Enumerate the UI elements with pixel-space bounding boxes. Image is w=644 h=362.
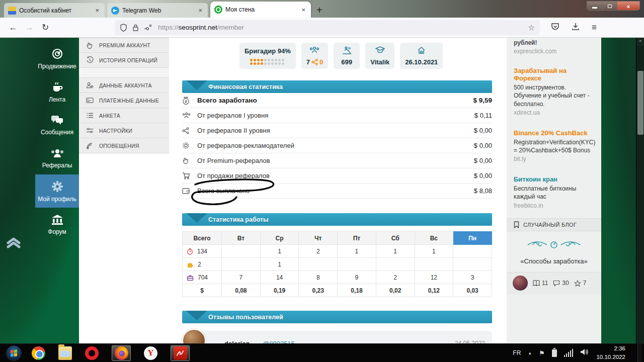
shield-icon[interactable] — [120, 24, 127, 32]
current-day-header: Пн — [453, 232, 492, 245]
menu-item-notifications[interactable]: ОПОВЕЩЕНИЯ — [79, 138, 169, 153]
gear-icon — [51, 180, 64, 193]
bookmark-star-icon[interactable]: ☆ — [528, 23, 535, 32]
menu-item-settings[interactable]: НАСТРОЙКИ — [79, 123, 169, 138]
menu-item-history[interactable]: ИСТОРИЯ ОПЕРАЦИЙ — [79, 53, 169, 68]
minimize-button[interactable] — [587, 2, 602, 11]
menu-icon[interactable]: ≡ — [592, 23, 597, 33]
tab-strip: Особистий кабінет × Telegram Web × Моя с… — [4, 2, 323, 18]
network-signal-icon[interactable] — [564, 349, 574, 357]
battery-icon[interactable] — [552, 349, 557, 357]
taskbar-opera-icon[interactable] — [85, 346, 99, 360]
taskbar-acrobat-button[interactable] — [171, 345, 190, 361]
system-tray: FR ▲ ⚑ 2:36 10.10.2022 — [513, 344, 644, 362]
blog-post-title[interactable]: «Способы заработка» — [514, 257, 594, 265]
menu-item-profile-form[interactable]: АНКЕТА — [79, 108, 169, 123]
permissions-icon[interactable] — [144, 24, 153, 31]
tab-close-icon[interactable]: × — [94, 7, 101, 14]
registration-date: 26.10.2021 — [405, 58, 438, 66]
reviewer-id-link[interactable]: @8903515 — [263, 340, 295, 343]
forward-button[interactable]: → — [21, 23, 37, 33]
referrals-extra: 0 — [319, 58, 323, 66]
finance-row-premium-refs: От Premium-рефералов $ 0,00 — [182, 153, 492, 168]
url-text[interactable]: https://seosprint.net/member — [158, 24, 524, 31]
reload-button[interactable]: ↻ — [37, 22, 53, 33]
scrollbar-thumb[interactable] — [637, 71, 643, 135]
show-desktop-button[interactable] — [637, 344, 642, 362]
window-controls: × — [587, 1, 640, 11]
taskbar-chrome-icon[interactable] — [32, 346, 45, 360]
sidebar-item-promotion[interactable]: Продвижение — [35, 42, 79, 75]
ad-link[interactable]: xdirect.ua — [514, 109, 594, 116]
acrobat-icon — [174, 346, 187, 360]
completed-tasks-card[interactable]: 699 — [334, 43, 360, 69]
ad-link[interactable]: freebitco.in — [514, 202, 594, 209]
hidden-icons-arrow[interactable]: ▲ — [528, 351, 532, 355]
ad-link[interactable]: expresclick.com — [514, 48, 594, 55]
ad-binance[interactable]: Binance 20% CashBack Registration+Verifi… — [514, 129, 594, 162]
taskbar-firefox-button[interactable] — [112, 345, 131, 361]
taskbar-yandex-icon[interactable]: Y — [144, 346, 157, 360]
tab-close-icon[interactable]: × — [300, 6, 307, 14]
back-button[interactable]: ← — [5, 23, 21, 33]
hand-icon — [86, 42, 94, 49]
browser-titlebar: Особистий кабінет × Telegram Web × Моя с… — [0, 0, 644, 18]
menu-item-premium[interactable]: PREMIUM АККАУНТ — [79, 38, 169, 53]
browser-toolbar: ← → ↻ https://seosprint.net/member ☆ ≡ — [0, 18, 644, 38]
reviewer-name[interactable]: delorian — [224, 340, 250, 343]
scroll-to-top-button[interactable] — [7, 237, 21, 250]
referrals-card[interactable]: 7 0 — [301, 43, 328, 69]
downloads-icon[interactable] — [572, 23, 580, 33]
ad-link[interactable]: bit.ly — [514, 155, 594, 162]
reviews-section-header: Отзывы пользователей — [182, 311, 492, 323]
registration-date-card[interactable]: 26.10.2021 — [400, 43, 443, 69]
tab-personal-cabinet[interactable]: Особистий кабінет × — [4, 3, 105, 18]
finance-row-total-paid: Всего выплачено $ 8,08 — [182, 184, 492, 199]
blog-author-avatar[interactable] — [513, 276, 528, 291]
page-scrollbar[interactable]: ^ — [636, 38, 644, 343]
sidebar-item-forum[interactable]: Форум — [35, 208, 79, 241]
tab-my-wall[interactable]: Моя стена × — [210, 2, 311, 18]
lock-icon[interactable] — [132, 24, 139, 32]
menu-item-account-data[interactable]: ДАННЫЕ АККАУНТА — [79, 78, 169, 93]
action-center-flag-icon[interactable]: ⚑ — [539, 349, 545, 357]
tab-telegram[interactable]: Telegram Web × — [107, 3, 208, 18]
restore-button[interactable] — [602, 2, 617, 11]
rank-card[interactable]: Бригадир 94% — [239, 43, 296, 69]
taskbar-explorer-icon[interactable] — [58, 346, 72, 360]
user-gear-icon — [86, 81, 94, 89]
page-content: Продвижение Лента Сообщения Рефералы — [0, 38, 644, 343]
taskbar-clock[interactable]: 2:36 10.10.2022 — [596, 344, 625, 361]
ad-bitcoin-faucet[interactable]: Биткоин кран Бесплатные биткоины каждый … — [514, 175, 594, 209]
finance-value: $ 8,08 — [474, 187, 492, 195]
sidebar-item-referrals[interactable]: Рефералы — [35, 141, 79, 174]
start-button[interactable] — [6, 345, 22, 361]
ad-expresclick[interactable]: рублей! expresclick.com — [514, 38, 594, 55]
sidebar-item-feed[interactable]: Лента — [35, 75, 79, 108]
credit-card-icon — [86, 97, 94, 104]
new-tab-button[interactable]: + — [316, 5, 323, 18]
random-blog-header: СЛУЧАЙНЫЙ БЛОГ — [507, 218, 601, 231]
hand-icon — [182, 157, 197, 164]
close-button[interactable]: × — [617, 2, 639, 11]
graduate-icon — [375, 46, 385, 54]
sidebar-item-my-profile[interactable]: Мой профиль — [35, 174, 79, 208]
address-bar[interactable]: https://seosprint.net/member ☆ — [115, 20, 540, 35]
share-icon — [311, 59, 318, 65]
menu-item-payment-data[interactable]: ПЛАТЁЖНЫЕ ДАННЫЕ — [79, 93, 169, 108]
username-card[interactable]: Vitalik — [365, 43, 394, 69]
finance-row-total-earned: Всего заработано $ 9,59 — [182, 93, 492, 108]
volume-icon[interactable] — [580, 348, 589, 358]
tab-close-icon[interactable]: × — [197, 7, 204, 14]
windows-taskbar: Y FR ▲ ⚑ 2:36 10.10.2022 — [0, 343, 644, 362]
scrollbar-up-arrow[interactable]: ^ — [636, 38, 644, 46]
finance-value: $ 0,00 — [474, 157, 492, 164]
table-header-row: Всего Вт Ср Чт Пт Сб Вс Пн — [183, 232, 492, 245]
pocket-icon[interactable] — [551, 23, 559, 33]
language-indicator[interactable]: FR — [513, 349, 521, 356]
dollar-label: $ — [183, 284, 222, 297]
ad-forex[interactable]: Зарабатывай на Форексе 500 инструментов.… — [514, 67, 594, 116]
finance-value: $ 0,00 — [474, 142, 492, 149]
sidebar-item-messages[interactable]: Сообщения — [35, 108, 79, 141]
blog-comments: 30 — [562, 280, 569, 287]
